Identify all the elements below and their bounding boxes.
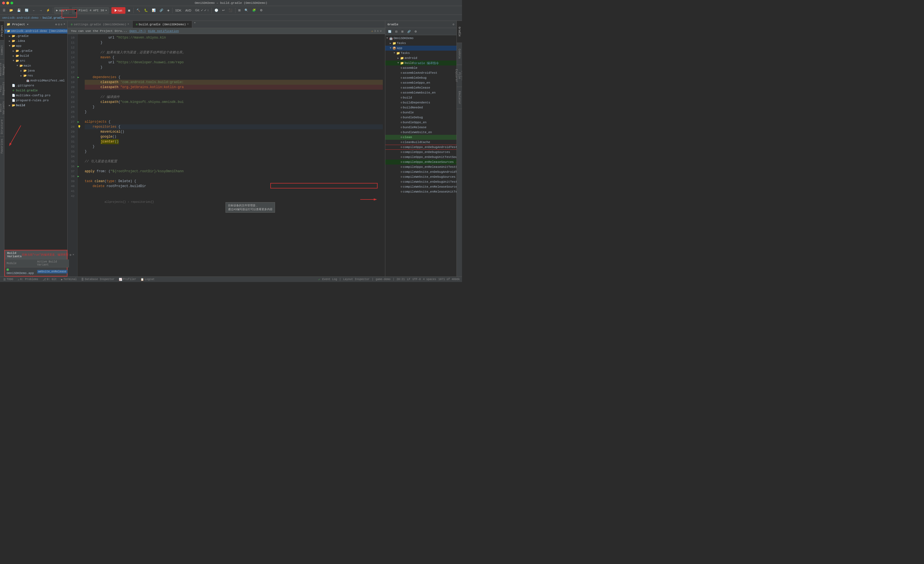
gradle-task-compile1[interactable]: ⚙ compileOppo_enDebugAndroidTestSou	[385, 145, 456, 150]
notif-link-hide[interactable]: Hide notification	[148, 29, 179, 33]
analyze-btn[interactable]: ⚡	[45, 7, 52, 14]
gradle-task-bundle[interactable]: ⚙ bundle	[385, 110, 456, 115]
gradle-item-build-group[interactable]: ▼ 📁 build Gradle 编译指令	[385, 60, 456, 65]
tree-item-gitignore[interactable]: ▶ 📄 .gitignore	[4, 83, 68, 88]
tree-item-build-folder[interactable]: ▶ 📂 build	[4, 103, 68, 108]
gradle-gear-icon[interactable]: ⚙	[452, 23, 454, 26]
stop-btn[interactable]: ⏹	[126, 7, 132, 14]
gradle-expand-btn[interactable]: ⊞	[400, 29, 405, 35]
tree-item-java[interactable]: ▶ 📂 java	[4, 68, 68, 73]
run-gutter-39[interactable]: ▶	[78, 175, 79, 178]
gradle-task-assemble[interactable]: ⚙ assemble	[385, 65, 456, 71]
gradle-task-bundleWebsite[interactable]: ⚙ bundleWebsite_en	[385, 130, 456, 135]
r-tab-emulator[interactable]: Emulator	[457, 87, 462, 109]
gradle-task-assembleDebug[interactable]: ⚙ assembleDebug	[385, 75, 456, 80]
r-tab-device-file[interactable]: Device File Explorer	[457, 65, 462, 87]
close-button[interactable]	[2, 2, 5, 5]
status-encoding[interactable]: UTF-8	[412, 278, 421, 281]
gradle-collapse-btn[interactable]: ⊟	[393, 29, 399, 35]
config-selector[interactable]: ▶ app ▾	[54, 7, 69, 14]
btn-database[interactable]: 🗄 Database Inspector	[80, 278, 116, 281]
btn-git[interactable]: ⎇ 9: Git	[42, 278, 58, 281]
bv-close-icon[interactable]: ×	[72, 253, 74, 256]
attach-btn[interactable]: 🔗	[158, 7, 165, 14]
gradle-task-compile7[interactable]: ⚙ compileWebsite_enDebugSources	[385, 174, 456, 179]
gradle-task-assembleRelease[interactable]: ⚙ assembleRelease	[385, 85, 456, 90]
gradle-task-cleanBuildCache[interactable]: ⚙ cleanBuildCache	[385, 140, 456, 145]
gradle-task-assembleAndroidTest[interactable]: ⚙ assembleAndroidTest	[385, 71, 456, 75]
terminal-toolbar-btn[interactable]: ⬛	[227, 7, 234, 14]
warn-up-icon[interactable]: ∧	[377, 29, 379, 33]
sidebar-item-favorites[interactable]: Favorites	[0, 137, 4, 156]
tree-item-idea[interactable]: ▶ 📂 .idea	[4, 39, 68, 44]
gradle-task-build[interactable]: ⚙ build	[385, 95, 456, 100]
sidebar-item-commit[interactable]: Commit	[0, 40, 4, 59]
maximize-button[interactable]	[10, 2, 13, 5]
btn-todo[interactable]: ☰ TODO	[2, 278, 14, 281]
gradle-item-app[interactable]: ▼ 📦 app	[385, 46, 456, 51]
tree-item-app-build[interactable]: ▶ 📂 build	[4, 53, 68, 58]
locate-icon[interactable]: ⊕	[55, 23, 57, 26]
code-lines[interactable]: url "https://maven.shiyou.kin } // 如果有接入…	[82, 34, 385, 277]
status-event-log[interactable]: ✓	[318, 278, 320, 281]
minimize-button[interactable]	[6, 2, 9, 5]
gradle-item-android[interactable]: ▶ 📁 android	[385, 56, 456, 60]
gradle-task-compile2[interactable]: ⚙ compileOppo_enDebugSources	[385, 150, 456, 155]
sidebar-item-pull-requests[interactable]: Pull Requests	[0, 79, 4, 98]
sync-btn[interactable]: 🔄	[23, 7, 30, 14]
gear-panel-icon[interactable]: ⚙	[61, 23, 62, 26]
gradle-task-compile3[interactable]: ⚙ compileOppo_enDebugUnitTestSource	[385, 155, 456, 159]
tree-item-root[interactable]: ▼ 📁 omnisdk-android-demo [OmniSDKDemo] ~…	[4, 29, 68, 33]
gradle-task-buildNeeded[interactable]: ⚙ buildNeeded	[385, 105, 456, 110]
build-btn[interactable]: 🔨	[135, 7, 142, 14]
r-tab-codota[interactable]: Codota	[457, 43, 462, 65]
gradle-task-compile10[interactable]: ⚙ compileWebsite_enReleaseUnitTestSc	[385, 189, 456, 194]
close-panel-icon[interactable]: ×	[63, 23, 65, 26]
tab-settings-gradle[interactable]: ⚙ settings.gradle (OmniSDKDemo) ×	[68, 21, 132, 28]
run-gutter-27[interactable]: ▶	[78, 120, 79, 123]
gradle-task-compile8[interactable]: ⚙ compileWebsite_enDebugUnitTestSou	[385, 179, 456, 184]
search-btn[interactable]: 🔍	[243, 7, 250, 14]
bv-gear-icon[interactable]: ⚙	[70, 253, 72, 257]
tab-settings-close[interactable]: ×	[128, 23, 129, 26]
forward-btn[interactable]: →	[38, 7, 44, 14]
tree-item-proguard[interactable]: ▶ 📄 proguard-rules.pro	[4, 98, 68, 103]
gradle-item-tasks-app[interactable]: ▼ 📁 Tasks	[385, 51, 456, 56]
sidebar-item-project[interactable]: Project	[0, 21, 4, 40]
gradle-task-compile4[interactable]: ⚙ compileOppo_enReleaseSources →	[385, 159, 456, 164]
open-btn[interactable]: 📂	[8, 7, 15, 14]
tree-item-manifest[interactable]: ▶ 🤖 AndroidManifest.xml	[4, 78, 68, 83]
tree-item-buildgradle[interactable]: ▶ ⚙ build.gradle	[4, 88, 68, 93]
profile-btn[interactable]: 📊	[150, 7, 157, 14]
btn-problems[interactable]: ⚠ 6: Problems	[16, 278, 39, 281]
gradle-task-compile5[interactable]: ⚙ compileOppo_enReleaseUnitTestSour	[385, 164, 456, 170]
gradle-task-bundleDebug[interactable]: ⚙ bundleDebug	[385, 115, 456, 120]
gradle-link-btn[interactable]: 🔗	[406, 29, 412, 35]
plugins-btn[interactable]: 🧩	[250, 7, 258, 14]
r-tab-gradle[interactable]: Gradle	[457, 21, 462, 43]
sidebar-item-structure[interactable]: Structure	[0, 117, 4, 137]
sidebar-item-build-variants[interactable]: Build Variants	[0, 98, 4, 117]
collapse-icon[interactable]: ⊟	[58, 23, 60, 26]
gradle-refresh-btn[interactable]: 🔄	[386, 29, 393, 35]
menu-btn[interactable]: ☰	[1, 7, 7, 14]
tree-item-main[interactable]: ▼ 📂 main	[4, 63, 68, 68]
breadcrumb-root[interactable]: omnisdk-android-demo	[2, 16, 39, 20]
git-btn[interactable]: Git: ✓ ✓ ↑	[194, 7, 210, 14]
gradle-task-compile9[interactable]: ⚙ compileWebsite_enReleaseSources	[385, 184, 456, 189]
tab-build-close[interactable]: ×	[187, 23, 189, 26]
btn-profiler[interactable]: 📈 Profiler	[118, 278, 137, 281]
tree-item-app-gradle[interactable]: ▶ 📂 .gradle	[4, 48, 68, 53]
status-lf[interactable]: LF	[407, 278, 410, 281]
run-button[interactable]: run	[111, 7, 125, 14]
status-event-log-label[interactable]: Event Log	[322, 278, 337, 281]
gradle-settings-btn[interactable]: ⚙	[413, 29, 418, 35]
sdk-btn[interactable]: SDK	[174, 7, 183, 14]
gradle-task-bundleOppo[interactable]: ⚙ bundleOppo_en	[385, 120, 456, 125]
bv-variant-1[interactable]: website_enRelease	[36, 268, 69, 276]
tree-item-gradle-root[interactable]: ▶ 📂 .gradle	[4, 33, 68, 39]
gradle-task-assembleWebsite[interactable]: ⚙ assembleWebsite_en	[385, 90, 456, 95]
gradle-task-bundleRelease[interactable]: ⚙ bundleRelease	[385, 125, 456, 130]
layout-btn[interactable]: ⊞	[237, 7, 242, 14]
back-btn[interactable]: ←	[31, 7, 37, 14]
